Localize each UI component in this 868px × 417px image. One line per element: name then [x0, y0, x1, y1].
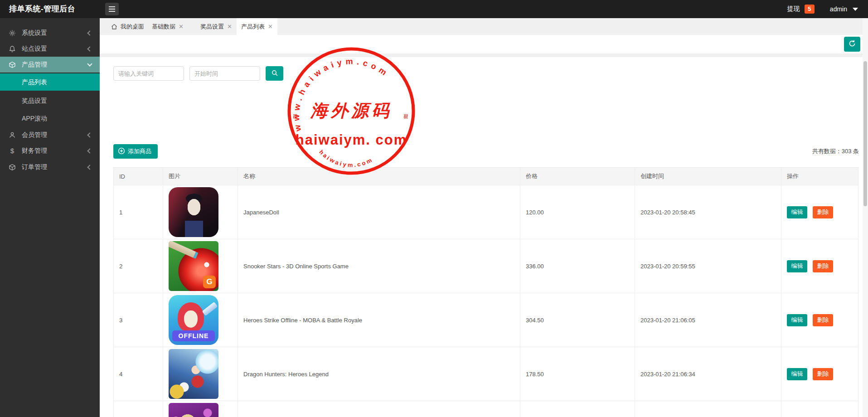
admin-screen: 排单系统-管理后台 提现 5 admin 系统设置 站点设置	[0, 0, 868, 417]
app-title: 排单系统-管理后台	[9, 0, 75, 18]
product-thumbnail	[169, 187, 218, 237]
table-row: 4 Dragon Hunters: Heroes Legend 178.50 2…	[113, 347, 858, 401]
cube-icon	[8, 61, 16, 69]
tab-bar: 我的桌面 基础数据 ✕ 奖品设置 ✕ 产品列表 ✕	[100, 18, 868, 35]
tab-my-desktop[interactable]: 我的桌面	[107, 18, 149, 35]
table-row: 3 OFFLINE Heroes Strike Offline - MOBA &…	[113, 293, 858, 347]
col-header-price: 价格	[520, 168, 635, 185]
close-icon[interactable]: ✕	[268, 23, 273, 30]
edit-button[interactable]: 编辑	[787, 368, 807, 380]
search-button[interactable]	[266, 66, 283, 81]
table-row: 1 JapaneseDoll 120.00 2023-01-20 20:58:4…	[113, 185, 858, 239]
sidebar-item-product-list[interactable]: 产品列表	[0, 73, 100, 91]
edit-button[interactable]: 编辑	[787, 206, 807, 218]
tab-basic-data[interactable]: 基础数据 ✕	[147, 18, 188, 35]
col-header-actions: 操作	[781, 168, 858, 185]
toolbar-strip	[100, 35, 868, 53]
tab-product-list[interactable]: 产品列表 ✕	[237, 18, 277, 35]
close-icon[interactable]: ✕	[179, 23, 184, 30]
user-icon	[8, 131, 16, 139]
chevron-down-icon	[87, 61, 92, 66]
delete-button[interactable]: 删除	[813, 206, 833, 218]
sidebar-item-member-management[interactable]: 会员管理	[0, 127, 100, 143]
refresh-icon	[848, 39, 856, 49]
bell-icon	[8, 45, 16, 53]
thumbnail-logo: G	[203, 276, 216, 288]
search-icon	[271, 69, 278, 78]
product-list-panel: 添加商品 共有数据：303 条 ID 图片 名称 价格 创建时间 操作 1 Ja…	[100, 57, 868, 417]
cue-stick-shape	[169, 241, 199, 259]
user-caret-icon[interactable]	[853, 8, 858, 11]
sidebar-item-product-management[interactable]: 产品管理	[0, 57, 100, 73]
table-row: 5 WEBZEN MU Archangel 52.50 2023-01-20 2…	[113, 401, 858, 417]
gear-icon	[8, 29, 16, 37]
scrollbar-thumb[interactable]	[863, 61, 867, 206]
sidebar-item-finance-management[interactable]: $ 财务管理	[0, 143, 100, 159]
gun-shape	[202, 302, 218, 316]
table-row: 2 G Snooker Stars - 3D Online Sports Gam…	[113, 239, 858, 293]
thumbnail-banner: OFFLINE	[172, 330, 215, 341]
col-header-created: 创建时间	[635, 168, 781, 185]
delete-button[interactable]: 删除	[813, 314, 833, 326]
product-thumbnail: WEBZEN	[169, 403, 218, 417]
mask-shape	[184, 310, 198, 328]
product-thumbnail: G	[169, 241, 218, 291]
edit-button[interactable]: 编辑	[787, 314, 807, 326]
tab-prize-settings[interactable]: 奖品设置 ✕	[196, 18, 237, 35]
filter-bar	[113, 66, 283, 81]
sidebar-item-site-settings[interactable]: 站点设置	[0, 41, 100, 57]
delete-button[interactable]: 删除	[813, 260, 833, 272]
chevron-left-icon	[87, 165, 92, 170]
top-header: 排单系统-管理后台 提现 5 admin	[0, 0, 868, 18]
home-icon	[111, 24, 117, 30]
sidebar-item-prize-settings[interactable]: 奖品设置	[0, 92, 100, 109]
chevron-left-icon	[87, 148, 92, 153]
product-table: ID 图片 名称 价格 创建时间 操作 1 JapaneseDoll 120.0…	[113, 167, 858, 417]
col-header-id: ID	[113, 168, 163, 185]
keyword-input[interactable]	[113, 66, 184, 81]
scrollbar-track[interactable]	[863, 18, 868, 417]
cube-icon	[8, 163, 16, 171]
sidebar-item-system-settings[interactable]: 系统设置	[0, 25, 100, 41]
add-product-button[interactable]: 添加商品	[113, 144, 158, 159]
withdraw-link[interactable]: 提现	[787, 5, 800, 13]
user-menu[interactable]: admin	[830, 5, 847, 13]
action-bar: 添加商品 共有数据：303 条	[113, 144, 859, 159]
plus-circle-icon	[118, 147, 125, 156]
product-thumbnail: OFFLINE	[169, 295, 218, 345]
sidebar-item-app-scroll[interactable]: APP滚动	[0, 110, 100, 127]
table-header-row: ID 图片 名称 价格 创建时间 操作	[113, 167, 858, 185]
col-header-image: 图片	[163, 168, 238, 185]
refresh-button[interactable]	[844, 37, 860, 52]
withdraw-count-badge: 5	[805, 5, 815, 14]
dollar-icon: $	[8, 147, 16, 155]
delete-button[interactable]: 删除	[813, 368, 833, 380]
product-thumbnail	[169, 349, 218, 399]
start-date-input[interactable]	[189, 66, 260, 81]
sidebar: 系统设置 站点设置 产品管理 产品列表 奖品设置 APP滚动 会员管理	[0, 18, 100, 417]
close-icon[interactable]: ✕	[227, 23, 232, 30]
col-header-name: 名称	[238, 168, 520, 185]
chevron-left-icon	[87, 46, 92, 51]
sidebar-toggle-button[interactable]	[105, 3, 119, 15]
chevron-left-icon	[87, 132, 92, 137]
sidebar-item-order-management[interactable]: 订单管理	[0, 159, 100, 175]
total-count-text: 共有数据：303 条	[812, 147, 859, 155]
edit-button[interactable]: 编辑	[787, 260, 807, 272]
chevron-left-icon	[87, 30, 92, 35]
